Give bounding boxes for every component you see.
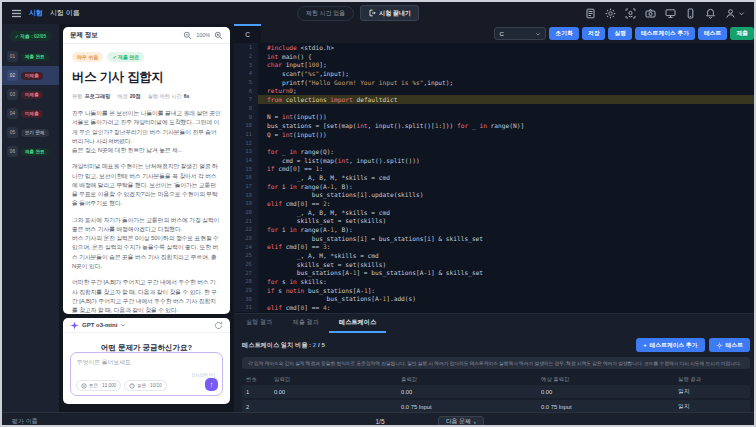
send-button[interactable]: ↑ <box>205 378 218 391</box>
toolbar-button[interactable]: 저장 <box>582 27 606 40</box>
status-badge: 제출 완료 <box>21 53 49 61</box>
end-exam-button[interactable]: 시험 끝내기 <box>360 5 419 21</box>
exam-menu-label[interactable]: 시험 <box>29 8 43 18</box>
zoom-out-icon[interactable] <box>183 27 192 44</box>
testcase-row-1[interactable]: 10.000.000.00일치 <box>242 385 750 398</box>
line-number: 7 <box>234 95 258 104</box>
problem-number: 01 <box>7 51 18 62</box>
code-line-8[interactable]: 8 <box>234 104 756 113</box>
code-line-12[interactable]: 12 <box>234 138 756 147</box>
sidebar-item-04[interactable]: 04미제출 <box>2 104 59 123</box>
result-tab-2[interactable]: 테스트케이스 <box>329 314 386 333</box>
testcase-table: 번호입력값출력값예상 출력값실행 결과10.000.000.00일치20.0 7… <box>242 374 750 412</box>
arrow-up-icon: ↑ <box>210 381 214 388</box>
face-recognition-icon[interactable] <box>625 8 636 19</box>
toolbar-button[interactable]: 테스트케이스 추가 <box>635 27 695 40</box>
gear-icon[interactable] <box>605 8 616 19</box>
line-number: 4 <box>234 69 258 78</box>
code-line-26[interactable]: 26 skills_set = set(skills) <box>234 260 756 269</box>
code-line-30[interactable]: 30 bus_stations[A-1].add(s) <box>234 294 756 303</box>
line-number: 27 <box>234 268 258 277</box>
hamburger-menu-icon[interactable] <box>11 8 22 19</box>
status-badge: 보기 문제 <box>21 129 49 137</box>
plus-icon: + <box>643 342 646 348</box>
code-line-3[interactable]: 3 char input[100]; <box>234 60 756 69</box>
description-paragraph: 진주 나들이를 온 보선이는 나들이를 끝내고 원래 살던 곳인 서울로 돌아가… <box>72 109 221 155</box>
camera-icon[interactable] <box>645 8 656 19</box>
chevron-right-icon: › <box>474 419 476 425</box>
chevron-down-icon <box>535 31 541 37</box>
smartphone-icon[interactable] <box>685 8 696 19</box>
toolbar-button[interactable]: 초기화 <box>549 27 578 40</box>
meta-item: 배점20점 <box>117 93 140 100</box>
sidebar-item-01[interactable]: 01제출 완료 <box>2 47 59 66</box>
code-line-15[interactable]: 15 if cmd[0] == 1: <box>234 164 756 173</box>
code-line-21[interactable]: 21 skills_set = set(skills) <box>234 216 756 225</box>
sidebar-item-05[interactable]: 05보기 문제 <box>2 123 59 142</box>
sidebar-item-06[interactable]: 06제출 완료 <box>2 142 59 161</box>
gpt-question-input[interactable]: 무엇이든 물어보세요. 0자(0토큰) 토큰 : 13,000 ? 질문 : 1… <box>70 352 223 396</box>
code-line-22[interactable]: 22 for i in range(A-1, B): <box>234 225 756 234</box>
code-line-23[interactable]: 23 bus_stations[i] = bus_stations[i] & s… <box>234 234 756 243</box>
testcase-row-2[interactable]: 20.0 75 Input0.0 75 Input일치 <box>242 400 750 412</box>
file-tab-c[interactable]: C <box>234 24 261 43</box>
code-line-27[interactable]: 27 bus_stations[A-1] = bus_stations[A-1]… <box>234 268 756 277</box>
code-line-7[interactable]: 7from collections import defaultdict <box>234 95 756 104</box>
sidebar-item-02[interactable]: 02미제출 <box>2 66 59 85</box>
toolbar-button[interactable]: 실행 <box>608 27 632 40</box>
code-line-31[interactable]: 31 elif cmd[0] == 4: <box>234 303 756 312</box>
language-select[interactable]: C <box>494 27 546 40</box>
code-line-2[interactable]: 2int main() { <box>234 52 756 61</box>
bottom-bar: 평가 이름 1/5 다음 문제 › <box>2 412 756 427</box>
submit-count-badge: ✓ 제출 : 02/05 <box>10 31 51 41</box>
line-number: 15 <box>234 164 258 173</box>
code-editor[interactable]: 1#include <stdio.h>2int main() {3 char i… <box>234 43 756 313</box>
code-line-19[interactable]: 19 elif cmd[0] == 2: <box>234 199 756 208</box>
toolbar-button[interactable]: 테스트 <box>698 27 727 40</box>
line-number: 22 <box>234 225 258 234</box>
code-line-18[interactable]: 18 bus_stations[i].update(skills) <box>234 190 756 199</box>
submit-button[interactable]: 제출 <box>730 27 754 40</box>
difficulty-tag: 매우 쉬움 <box>72 52 103 62</box>
result-tab-1[interactable]: 제출 결과 <box>282 314 328 333</box>
line-number: 10 <box>234 121 258 130</box>
code-line-29[interactable]: 29 if s not in bus_stations[A-1]: <box>234 286 756 295</box>
refresh-icon[interactable] <box>214 318 223 334</box>
line-number: 6 <box>234 86 258 95</box>
line-number: 8 <box>234 104 258 113</box>
problem-number: 06 <box>7 146 18 157</box>
line-number: 18 <box>234 190 258 199</box>
code-line-25[interactable]: 25 _, A, M, *skills = cmd <box>234 251 756 260</box>
code-line-13[interactable]: 13for _ in range(Q): <box>234 147 756 156</box>
gpt-model-select[interactable]: GPT o3-mini <box>82 322 117 328</box>
code-line-28[interactable]: 28 for s in skills: <box>234 277 756 286</box>
line-number: 28 <box>234 277 258 286</box>
line-number: 17 <box>234 182 258 191</box>
code-line-11[interactable]: 11Q = int(input()) <box>234 130 756 139</box>
user-menu[interactable] <box>725 8 745 19</box>
zoom-in-icon[interactable] <box>214 27 223 44</box>
code-line-1[interactable]: 1#include <stdio.h> <box>234 43 756 52</box>
bell-icon[interactable] <box>705 8 716 19</box>
line-number: 26 <box>234 260 258 269</box>
code-line-20[interactable]: 20 _, A, B, M, *skills = cmd <box>234 208 756 217</box>
code-line-14[interactable]: 14 cmd = list(map(int, input().split())) <box>234 156 756 165</box>
next-problem-button[interactable]: 다음 문제 › <box>438 416 484 427</box>
line-number: 23 <box>234 234 258 243</box>
file-export-icon[interactable] <box>585 8 596 19</box>
code-line-5[interactable]: 5 printf("Hello Goorm! Your input is %s"… <box>234 78 756 87</box>
code-line-9[interactable]: 9N = int(input()) <box>234 112 756 121</box>
line-number: 9 <box>234 112 258 121</box>
code-line-16[interactable]: 16 _, A, B, M, *skills = cmd <box>234 173 756 182</box>
monitor-icon[interactable] <box>665 8 676 19</box>
code-line-6[interactable]: 6 return 0; <box>234 86 756 95</box>
add-testcase-button[interactable]: + 테스트케이스 추가 <box>636 338 704 352</box>
code-line-24[interactable]: 24 elif cmd[0] == 3: <box>234 242 756 251</box>
line-number: 24 <box>234 242 258 251</box>
code-line-17[interactable]: 17 for i in range(A-1, B): <box>234 182 756 191</box>
result-tab-0[interactable]: 실행 결과 <box>236 314 282 333</box>
sidebar-item-03[interactable]: 03미제출 <box>2 85 59 104</box>
code-line-10[interactable]: 10bus_stations = [set(map(int, input().s… <box>234 121 756 130</box>
code-line-4[interactable]: 4 scanf("%s",input); <box>234 69 756 78</box>
run-test-button[interactable]: 테스트 <box>709 338 750 352</box>
